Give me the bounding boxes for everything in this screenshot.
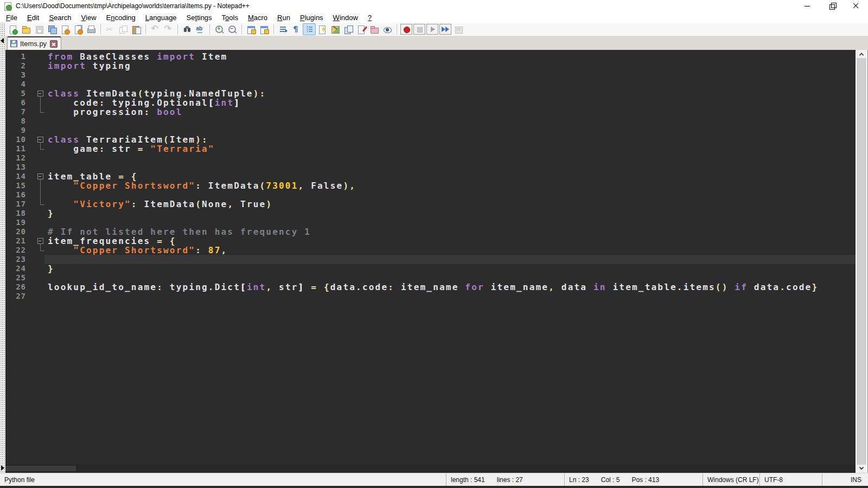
folder-as-workspace-button[interactable] <box>368 23 381 35</box>
sync-vertical-button[interactable] <box>245 23 258 35</box>
record-macro-button[interactable] <box>400 24 412 35</box>
close-file-button[interactable] <box>59 23 72 35</box>
tab-items.py[interactable]: Items.py <box>7 36 61 50</box>
status-eol-format[interactable]: Windows (CR LF) <box>703 473 760 486</box>
editor[interactable]: 1234567891011121314151617181920212223242… <box>5 50 856 464</box>
function-list-button[interactable] <box>355 23 368 35</box>
dock-strip[interactable] <box>0 23 5 473</box>
code-line[interactable]: from BaseClasses import Item <box>44 52 856 61</box>
menu-item-encoding[interactable]: Encoding <box>101 12 141 23</box>
code-line[interactable]: code: typing.Optional[int] <box>44 98 856 107</box>
copy-button[interactable] <box>117 23 130 35</box>
code-line[interactable]: progression: bool <box>44 107 856 117</box>
menu-item-tools[interactable]: Tools <box>217 12 243 23</box>
menu-item-search[interactable]: Search <box>44 12 76 23</box>
code-line[interactable]: # If not listed here then has frequency … <box>44 227 856 236</box>
save-macro-button[interactable] <box>452 23 465 35</box>
fold-collapse-icon[interactable] <box>30 172 44 181</box>
find-button[interactable] <box>181 23 194 35</box>
zoom-in-button[interactable] <box>213 23 226 35</box>
fold-cell <box>30 126 44 135</box>
code-line[interactable] <box>44 273 856 282</box>
code-line[interactable] <box>44 126 856 135</box>
menu-item-window[interactable]: Window <box>328 12 363 23</box>
code-line[interactable]: } <box>44 264 856 273</box>
save-all-button[interactable] <box>46 23 59 35</box>
status-encoding[interactable]: UTF-8 <box>760 473 822 486</box>
close-all-icon <box>74 25 83 34</box>
horizontal-scrollbar-thumb[interactable] <box>5 466 76 471</box>
code-line[interactable]: item_table = { <box>44 172 856 181</box>
code-line[interactable]: import typing <box>44 61 856 70</box>
cut-button[interactable] <box>104 23 117 35</box>
menu-item-macro[interactable]: Macro <box>243 12 272 23</box>
zoom-out-button[interactable] <box>226 23 239 35</box>
save-file-button[interactable] <box>33 23 46 35</box>
code-area[interactable]: from BaseClasses import Itemimport typin… <box>44 50 856 464</box>
minimize-button[interactable] <box>795 0 819 12</box>
menu-item-run[interactable]: Run <box>272 12 295 23</box>
close-all-button[interactable] <box>72 23 85 35</box>
sync-horizontal-button[interactable] <box>258 23 271 35</box>
show-indent-guide-button[interactable] <box>303 23 316 35</box>
run-macro-multiple-button[interactable] <box>439 24 451 35</box>
open-file-button[interactable] <box>20 23 33 35</box>
scroll-down-icon[interactable] <box>857 465 866 473</box>
fold-cell <box>30 153 44 163</box>
collapse-left-icon[interactable] <box>1 38 4 43</box>
menu-item-language[interactable]: Language <box>141 12 182 23</box>
word-wrap-button[interactable] <box>277 23 290 35</box>
menu-item-file[interactable]: File <box>1 12 22 23</box>
fold-collapse-icon[interactable] <box>30 89 44 98</box>
undo-button[interactable] <box>149 23 162 35</box>
code-line[interactable] <box>44 190 856 200</box>
vertical-scrollbar[interactable] <box>856 50 866 473</box>
toolbar-separator <box>240 24 244 34</box>
code-line[interactable] <box>44 117 856 126</box>
menu-item-edit[interactable]: Edit <box>22 12 44 23</box>
monitoring-button[interactable] <box>381 23 394 35</box>
status-insert-mode[interactable]: INS <box>822 473 868 486</box>
tab-close-icon[interactable] <box>50 40 58 48</box>
code-line[interactable]: "Victory": ItemData(None, True) <box>44 200 856 209</box>
code-line[interactable] <box>44 292 856 301</box>
code-line[interactable] <box>44 153 856 163</box>
code-line[interactable]: "Copper Shortsword": 87, <box>44 246 856 255</box>
playback-macro-button[interactable] <box>426 24 438 35</box>
document-map-button[interactable] <box>329 23 342 35</box>
code-line[interactable]: class ItemData(typing.NamedTuple): <box>44 89 856 98</box>
code-line[interactable] <box>44 218 856 227</box>
document-switcher-button[interactable] <box>342 23 355 35</box>
code-line[interactable]: "Copper Shortsword": ItemData(73001, Fal… <box>44 181 856 190</box>
menu-item-settings[interactable]: Settings <box>182 12 217 23</box>
menu-item-view[interactable]: View <box>76 12 101 23</box>
stop-macro-button[interactable] <box>413 24 425 35</box>
print-button[interactable] <box>85 23 98 35</box>
new-file-button[interactable] <box>7 23 20 35</box>
code-line[interactable] <box>44 255 856 264</box>
horizontal-scrollbar[interactable] <box>5 464 856 473</box>
code-line[interactable] <box>44 80 856 89</box>
replace-button[interactable] <box>194 23 207 35</box>
code-line[interactable]: } <box>44 209 856 218</box>
fold-collapse-icon[interactable] <box>30 135 44 144</box>
code-line[interactable]: class TerrariaItem(Item): <box>44 135 856 144</box>
fold-collapse-icon[interactable] <box>30 236 44 246</box>
expand-right-icon[interactable] <box>1 465 4 471</box>
fold-margin[interactable] <box>30 50 44 464</box>
code-line[interactable] <box>44 70 856 80</box>
code-line[interactable] <box>44 163 856 172</box>
paste-button[interactable] <box>130 23 143 35</box>
code-line[interactable]: game: str = "Terraria" <box>44 144 856 153</box>
restore-button[interactable] <box>819 0 844 12</box>
close-button[interactable] <box>844 0 868 12</box>
define-language-button[interactable] <box>316 23 329 35</box>
scroll-up-icon[interactable] <box>857 50 866 58</box>
vertical-scrollbar-thumb[interactable] <box>857 58 866 465</box>
menu-item-help[interactable]: ? <box>363 12 376 23</box>
show-all-characters-button[interactable] <box>290 23 303 35</box>
menu-item-plugins[interactable]: Plugins <box>295 12 328 23</box>
code-line[interactable]: item_frequencies = { <box>44 236 856 246</box>
redo-button[interactable] <box>162 23 175 35</box>
code-line[interactable]: lookup_id_to_name: typing.Dict[int, str]… <box>44 282 856 292</box>
